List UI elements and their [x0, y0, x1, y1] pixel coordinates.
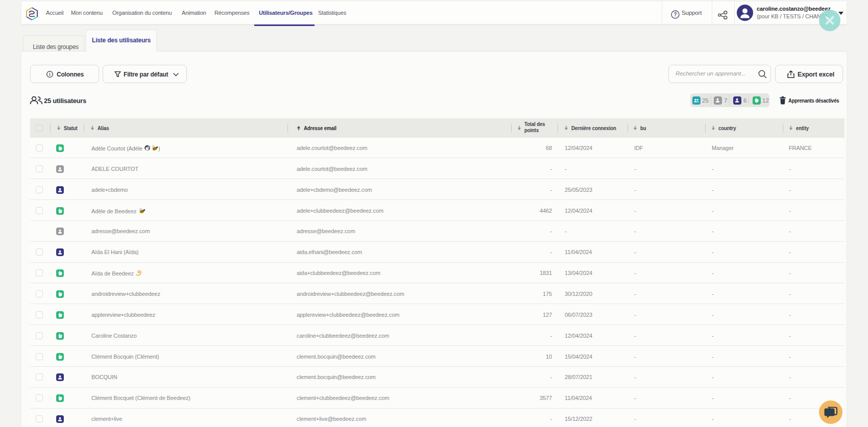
svg-text:?: ?: [673, 12, 677, 17]
